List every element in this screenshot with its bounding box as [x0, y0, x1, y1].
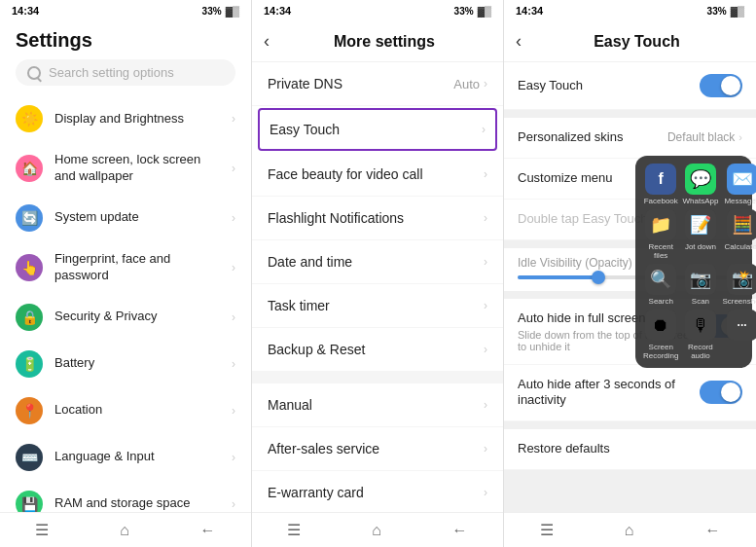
et-item-toggle[interactable]: Easy Touch	[504, 62, 756, 110]
autohide-seconds-toggle[interactable]	[700, 381, 742, 404]
fingerprint-arrow: ›	[232, 261, 235, 274]
language-label: Language & Input	[54, 449, 220, 465]
location-label: Location	[54, 402, 220, 419]
home-nav-2[interactable]: ⌂	[372, 522, 381, 539]
slider-thumb[interactable]	[592, 271, 605, 284]
manual-label: Manual	[268, 397, 484, 413]
fm-recording-icon: ⏺	[645, 310, 676, 341]
et-restore-label: Restore defaults	[518, 441, 742, 457]
more-item-backup[interactable]: Backup & Reset ›	[252, 328, 503, 372]
fm-scan-icon: 📷	[685, 264, 716, 295]
fm-item-calculator[interactable]: 🧮 Calculator	[722, 209, 756, 260]
back-nav-1[interactable]: ←	[200, 522, 216, 539]
time-2: 14:34	[264, 5, 291, 17]
more-item-manual[interactable]: Manual ›	[252, 383, 503, 427]
fm-calculator-label: Calculator	[725, 242, 756, 251]
battery-icon: 🔋	[16, 350, 43, 378]
fm-item-search[interactable]: 🔍 Search	[643, 264, 678, 306]
settings-item-home[interactable]: 🏠 Home screen, lock screen and wallpaper…	[0, 142, 251, 195]
home-label: Home screen, lock screen and wallpaper	[54, 152, 220, 185]
battery-pct-3: 33%	[707, 6, 727, 17]
fm-item-whatsapp[interactable]: 💬 WhatsApp	[682, 164, 718, 205]
date-label: Date and time	[268, 254, 484, 270]
fm-item-audio[interactable]: 🎙 Record audio	[682, 310, 718, 360]
ewarranty-label: E-warranty card	[268, 485, 484, 500]
fm-calculator-icon: 🧮	[727, 209, 756, 240]
more-settings-header: ‹ More settings	[252, 21, 503, 62]
task-arrow: ›	[484, 299, 487, 312]
easytouch-arrow: ›	[482, 123, 486, 136]
easy-touch-header: ‹ Easy Touch	[504, 21, 756, 62]
battery-icon-3: ▓▒	[731, 6, 744, 17]
language-arrow: ›	[232, 451, 235, 464]
settings-item-battery[interactable]: 🔋 Battery ›	[0, 341, 251, 387]
date-arrow: ›	[484, 255, 487, 269]
menu-icon-3[interactable]: ☰	[540, 521, 554, 539]
more-item-dns[interactable]: Private DNS Auto ›	[252, 62, 503, 106]
fingerprint-icon: 👆	[16, 254, 43, 281]
backup-arrow: ›	[484, 343, 487, 356]
more-item-face[interactable]: Face beauty for video call ›	[252, 153, 503, 197]
et-skins-arrow: ›	[738, 131, 742, 143]
battery-icon-2: ▓▒	[478, 6, 491, 17]
status-bar-3: 14:34 33% ▓▒	[504, 0, 756, 21]
status-bar-1: 14:34 33% ▓▒	[0, 0, 251, 21]
fm-item-facebook[interactable]: f Facebook	[643, 164, 678, 205]
battery-icon-1: ▓▒	[226, 6, 239, 17]
fm-screenshot-icon: 📸	[727, 264, 756, 295]
back-nav-2[interactable]: ←	[452, 522, 468, 539]
battery-pct-1: 33%	[202, 6, 222, 17]
et-section-restore: Restore defaults	[504, 429, 756, 470]
et-item-skins[interactable]: Personalized skins Default black ›	[504, 118, 756, 159]
fm-jotdown-icon: 📝	[685, 209, 716, 240]
settings-item-ram[interactable]: 💾 RAM and storage space ›	[0, 481, 251, 512]
home-icon: 🏠	[16, 155, 43, 182]
system-icon: 🔄	[16, 204, 43, 232]
fm-facebook-icon: f	[645, 164, 676, 195]
fm-search-label: Search	[649, 297, 673, 306]
settings-item-security[interactable]: 🔒 Security & Privacy ›	[0, 294, 251, 341]
fm-scan-label: Scan	[692, 297, 709, 306]
home-nav-3[interactable]: ⌂	[625, 522, 634, 539]
fm-messages-icon: ✉️	[727, 164, 756, 195]
easy-touch-title: Easy Touch	[529, 33, 744, 51]
et-skins-value: Default black	[667, 130, 735, 144]
menu-icon-2[interactable]: ☰	[287, 521, 301, 539]
dns-arrow: ›	[484, 77, 487, 91]
menu-icon-1[interactable]: ☰	[35, 521, 49, 539]
fm-messages-label: Messages	[724, 197, 756, 205]
settings-item-system[interactable]: 🔄 System update ›	[0, 195, 251, 241]
settings-item-language[interactable]: ⌨️ Language & Input ›	[0, 434, 251, 481]
fm-item-more[interactable]: ···	[722, 310, 756, 360]
fm-item-recent[interactable]: 📁 Recent files	[643, 209, 678, 260]
fm-item-recording[interactable]: ⏺ Screen Recording	[643, 310, 678, 360]
more-item-easytouch[interactable]: Easy Touch ›	[258, 108, 497, 151]
more-item-ewarranty[interactable]: E-warranty card ›	[252, 471, 503, 512]
fm-item-messages[interactable]: ✉️ Messages	[722, 164, 756, 205]
more-item-aftersales[interactable]: After-sales service ›	[252, 427, 503, 471]
back-arrow-3[interactable]: ‹	[516, 31, 522, 52]
home-nav-1[interactable]: ⌂	[120, 522, 129, 539]
fm-item-jotdown[interactable]: 📝 Jot down	[682, 209, 718, 260]
floating-menu[interactable]: f Facebook 💬 WhatsApp ✉️ Messages 📁 Rece…	[635, 156, 752, 368]
ram-label: RAM and storage space	[54, 495, 220, 512]
fm-item-screenshot[interactable]: 📸 Screenshot	[722, 264, 756, 306]
search-bar[interactable]: Search setting options	[16, 59, 235, 86]
easy-touch-toggle[interactable]	[700, 74, 742, 97]
slider-fill	[518, 275, 596, 279]
et-item-autohide-seconds[interactable]: Auto hide after 3 seconds of inactivity	[504, 365, 756, 422]
et-item-restore[interactable]: Restore defaults	[504, 429, 756, 470]
settings-item-location[interactable]: 📍 Location ›	[0, 387, 251, 434]
fm-item-scan[interactable]: 📷 Scan	[682, 264, 718, 306]
autohide-seconds-knob	[721, 383, 740, 402]
face-label: Face beauty for video call	[268, 166, 484, 182]
battery-label: Battery	[54, 355, 220, 372]
back-nav-3[interactable]: ←	[704, 522, 720, 539]
more-item-task[interactable]: Task timer ›	[252, 284, 503, 328]
settings-item-fingerprint[interactable]: 👆 Fingerprint, face and password ›	[0, 241, 251, 294]
more-item-date[interactable]: Date and time ›	[252, 240, 503, 284]
more-item-flashlight[interactable]: Flashlight Notifications ›	[252, 197, 503, 240]
back-arrow-2[interactable]: ‹	[264, 31, 270, 52]
settings-item-display[interactable]: ☀️ Display and Brightness ›	[0, 95, 251, 142]
settings-list: ☀️ Display and Brightness › 🏠 Home scree…	[0, 95, 251, 512]
